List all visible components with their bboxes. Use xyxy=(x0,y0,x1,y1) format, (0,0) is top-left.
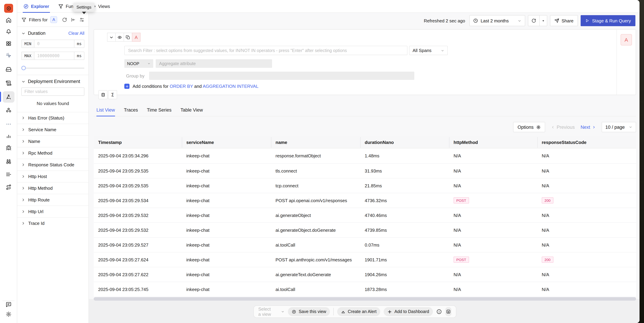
refresh-caret-button[interactable] xyxy=(540,15,547,26)
max-input[interactable] xyxy=(34,52,74,60)
table-row[interactable]: 2025-09-04 23:05:29.535inkeep-chattcp.co… xyxy=(94,178,636,193)
refresh-button[interactable] xyxy=(528,15,540,26)
add-query-button[interactable] xyxy=(98,90,108,99)
options-button[interactable]: Options xyxy=(513,122,545,132)
table-row[interactable]: 2025-09-04 23:05:29.527inkeep-chatai.too… xyxy=(94,237,636,252)
slider-track[interactable] xyxy=(21,68,84,69)
save-view-button[interactable]: Save this view xyxy=(288,307,330,316)
sidebar-item-support-chat[interactable] xyxy=(6,302,11,308)
select-view-dropdown[interactable]: Select a view xyxy=(258,306,285,317)
table-row[interactable]: 2025-09-04 23:05:29.535inkeep-chattls.co… xyxy=(94,163,636,178)
next-page-button[interactable]: Next xyxy=(581,124,596,130)
filter-settings-icon[interactable] xyxy=(79,17,84,22)
collapse-panel-icon[interactable] xyxy=(70,17,76,22)
table-row[interactable]: 2025-09-04 23:05:34.296inkeep-chatrespon… xyxy=(94,148,636,163)
filter-section-http-route[interactable]: Http Route xyxy=(17,194,88,206)
order-by-link[interactable]: ORDER BY xyxy=(170,84,193,89)
search-filter-input[interactable] xyxy=(124,46,408,55)
stage-run-query-button[interactable]: Stage & Run Query xyxy=(581,15,636,26)
col-response-status[interactable]: responseStatusCode xyxy=(537,140,636,145)
sidebar-item-home[interactable] xyxy=(6,17,11,23)
deployment-filter-input[interactable] xyxy=(21,88,84,96)
sidebar-item-logs-scroll[interactable] xyxy=(6,80,11,86)
aggregate-operator-select[interactable]: NOOP xyxy=(124,59,153,68)
add-to-dashboard-button[interactable]: Add to Dashboard xyxy=(384,307,433,316)
slider-handle[interactable] xyxy=(21,66,26,70)
create-alert-button[interactable]: Create an Alert xyxy=(337,307,380,316)
time-range-select[interactable]: Last 2 months xyxy=(469,15,525,26)
col-timestamp[interactable]: Timestamp xyxy=(94,140,182,145)
horizontal-scrollbar[interactable] xyxy=(94,297,636,300)
group-by-label: Group by xyxy=(126,73,144,78)
tab-list-view[interactable]: List View xyxy=(96,104,115,116)
col-name[interactable]: name xyxy=(271,140,360,145)
tab-explorer-label: Explorer xyxy=(31,4,49,9)
query-label-badge[interactable]: A xyxy=(620,34,632,46)
filters-header: Filters for A xyxy=(17,13,88,27)
sidebar-item-service-map-binoculars[interactable] xyxy=(6,159,11,164)
col-service-name[interactable]: serviceName xyxy=(182,140,271,145)
filter-section-http-url[interactable]: Http Url xyxy=(17,206,88,217)
chevron-down-icon[interactable] xyxy=(21,31,26,35)
col-http-method[interactable]: httpMethod xyxy=(449,140,537,145)
sidebar-item-exceptions-bug[interactable] xyxy=(6,145,11,151)
cell-service-name: inkeep-chat xyxy=(182,228,271,232)
chevron-down-icon[interactable] xyxy=(21,79,26,84)
info-icon[interactable] xyxy=(436,309,442,314)
table-row[interactable]: 2025-09-04 23:05:29.534inkeep-chatPOST a… xyxy=(94,193,636,208)
span-scope-select[interactable]: All Spans xyxy=(409,46,448,55)
sidebar-item-alerts-bell[interactable] xyxy=(6,29,11,35)
table-row[interactable]: 2025-09-04 23:05:27.622inkeep-chatai.gen… xyxy=(94,267,636,282)
sidebar-item-metrics-chart[interactable] xyxy=(6,133,11,139)
aggregate-attribute-input[interactable] xyxy=(156,59,272,68)
group-by-input[interactable] xyxy=(149,72,414,80)
tab-time-series[interactable]: Time Series xyxy=(147,104,172,116)
filter-section-response-status-code[interactable]: Response Status Code xyxy=(17,159,88,170)
tab-traces[interactable]: Traces xyxy=(124,104,138,116)
plus-icon[interactable] xyxy=(124,84,130,89)
previous-page-button[interactable]: Previous xyxy=(551,124,575,130)
filter-section-service-name[interactable]: Service Name xyxy=(17,124,88,135)
filter-section-http-host[interactable]: Http Host xyxy=(17,170,88,182)
duration-max-row: MAX ms xyxy=(21,52,84,60)
sidebar-item-infrastructure[interactable] xyxy=(6,66,11,72)
sidebar-item-more-ellipsis[interactable] xyxy=(6,121,11,127)
collapse-query-button[interactable] xyxy=(107,33,116,42)
sidebar-item-settings-gear[interactable] xyxy=(6,311,11,317)
query-name-tab[interactable]: A xyxy=(132,33,140,42)
filters-query-badge[interactable]: A xyxy=(50,16,57,23)
clear-all-link[interactable]: Clear All xyxy=(68,31,84,36)
table-row[interactable]: 2025-09-04 23:05:29.532inkeep-chatai.gen… xyxy=(94,222,636,237)
col-duration[interactable]: durationNano xyxy=(360,140,449,145)
min-input[interactable] xyxy=(34,40,74,48)
toggle-visibility-button[interactable] xyxy=(115,33,124,42)
sidebar-item-cursor-click[interactable] xyxy=(6,52,11,58)
table-row[interactable]: 2025-09-04 23:05:25.745inkeep-chatai.too… xyxy=(94,282,636,296)
sidebar-item-pipelines-list[interactable] xyxy=(6,172,11,177)
filter-section-name[interactable]: Name xyxy=(17,135,88,147)
plus-icon xyxy=(388,310,392,314)
filter-section-trace-id[interactable]: Trace Id xyxy=(17,217,88,229)
page-size-select[interactable]: 10 / page xyxy=(602,122,636,132)
sidebar-item-services-boxes[interactable] xyxy=(6,108,11,113)
export-image-button[interactable] xyxy=(445,307,452,316)
signoz-logo[interactable] xyxy=(4,4,13,13)
share-button[interactable]: Share xyxy=(550,15,578,26)
tab-table-view[interactable]: Table View xyxy=(180,104,203,116)
clone-query-button[interactable] xyxy=(124,33,132,42)
add-formula-button[interactable]: Σ xyxy=(108,90,117,99)
aggregation-interval-link[interactable]: AGGREGATION INTERVAL xyxy=(203,84,258,89)
footer-divider xyxy=(333,308,334,316)
cell-response-status: N/A xyxy=(537,183,636,188)
table-row[interactable]: 2025-09-04 23:05:27.624inkeep-chatPOST a… xyxy=(94,252,636,267)
sidebar-item-traces-compass[interactable] xyxy=(6,94,11,100)
filter-section-rpc-method[interactable]: Rpc Method xyxy=(17,147,88,159)
filter-section-has-error-status-[interactable]: Has Error (Status) xyxy=(17,112,88,124)
filter-section-http-method[interactable]: Http Method xyxy=(17,182,88,194)
sidebar-item-dashboards-grid[interactable] xyxy=(6,41,11,46)
alerts-bell-icon xyxy=(6,29,11,35)
sync-refresh-icon[interactable] xyxy=(62,17,67,22)
sidebar-item-integrations-route[interactable] xyxy=(6,184,11,190)
tab-explorer[interactable]: Explorer xyxy=(23,0,50,12)
table-row[interactable]: 2025-09-04 23:05:29.532inkeep-chatai.gen… xyxy=(94,208,636,222)
